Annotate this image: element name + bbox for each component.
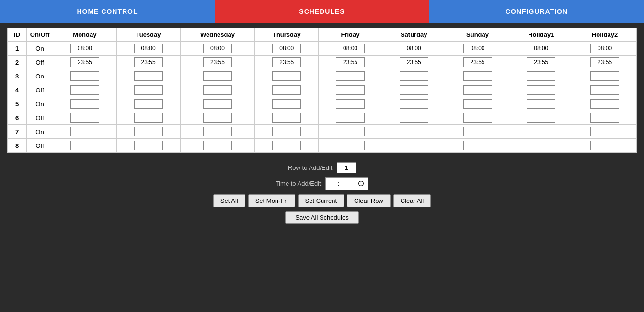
time-cell-thu-5[interactable] bbox=[272, 99, 301, 109]
time-cell-hol1-5[interactable] bbox=[527, 99, 555, 109]
set-all-button[interactable]: Set All bbox=[213, 194, 245, 207]
time-cell-sun-2[interactable] bbox=[463, 57, 492, 67]
save-schedules-button[interactable]: Save All Schedules bbox=[285, 211, 358, 224]
time-cell-hol1-1[interactable] bbox=[527, 44, 555, 53]
col-header-onoff: On/Off bbox=[27, 28, 53, 42]
time-cell-wed-2[interactable] bbox=[203, 57, 232, 67]
time-cell-wed-8[interactable] bbox=[203, 141, 232, 150]
time-cell-sat-4[interactable] bbox=[400, 85, 428, 95]
set-mon-fri-button[interactable]: Set Mon-Fri bbox=[248, 194, 295, 207]
time-cell-tue-4[interactable] bbox=[134, 85, 163, 95]
time-cell-hol2-6[interactable] bbox=[590, 113, 619, 123]
time-cell-sat-5[interactable] bbox=[400, 99, 428, 109]
time-input[interactable] bbox=[325, 177, 368, 190]
time-cell-tue-6[interactable] bbox=[134, 113, 163, 123]
time-cell-wed-5[interactable] bbox=[203, 99, 232, 109]
time-cell-tue-1[interactable] bbox=[134, 44, 163, 53]
time-cell-mon-4[interactable] bbox=[70, 85, 99, 95]
table-row: 8 Off bbox=[8, 139, 637, 153]
set-current-button[interactable]: Set Current bbox=[298, 194, 344, 207]
time-cell-fri-7[interactable] bbox=[336, 127, 365, 136]
time-cell-fri-2[interactable] bbox=[336, 57, 365, 67]
time-cell-wed-1[interactable] bbox=[203, 44, 232, 53]
time-cell-hol1-2[interactable] bbox=[527, 57, 555, 67]
row-id: 8 bbox=[8, 139, 27, 153]
time-cell-hol1-4[interactable] bbox=[527, 85, 555, 95]
time-cell-fri-8[interactable] bbox=[336, 141, 365, 150]
time-cell-thu-2[interactable] bbox=[272, 57, 301, 67]
time-cell-hol2-8[interactable] bbox=[590, 141, 619, 150]
time-cell-hol2-1[interactable] bbox=[590, 44, 619, 53]
time-cell-sat-8[interactable] bbox=[400, 141, 428, 150]
time-cell-sat-6[interactable] bbox=[400, 113, 428, 123]
time-cell-wed-6[interactable] bbox=[203, 113, 232, 123]
time-cell-tue-5[interactable] bbox=[134, 99, 163, 109]
time-cell-tue-2[interactable] bbox=[134, 57, 163, 67]
time-cell-thu-8[interactable] bbox=[272, 141, 301, 150]
time-cell-fri-1[interactable] bbox=[336, 44, 365, 53]
time-cell-fri-6[interactable] bbox=[336, 113, 365, 123]
col-header-tuesday: Tuesday bbox=[116, 28, 180, 42]
time-cell-tue-7[interactable] bbox=[134, 127, 163, 136]
clear-all-button[interactable]: Clear All bbox=[393, 194, 431, 207]
time-cell-wed-7[interactable] bbox=[203, 127, 232, 136]
clear-row-button[interactable]: Clear Row bbox=[347, 194, 391, 207]
time-cell-hol1-7[interactable] bbox=[527, 127, 555, 136]
time-cell-sat-3[interactable] bbox=[400, 71, 428, 81]
time-cell-thu-1[interactable] bbox=[272, 44, 301, 53]
time-cell-sun-6[interactable] bbox=[463, 113, 492, 123]
time-cell-sun-7[interactable] bbox=[463, 127, 492, 136]
time-cell-sun-8[interactable] bbox=[463, 141, 492, 150]
cell-hol2 bbox=[573, 125, 637, 139]
time-cell-thu-3[interactable] bbox=[272, 71, 301, 81]
time-cell-hol2-2[interactable] bbox=[590, 57, 619, 67]
time-cell-tue-3[interactable] bbox=[134, 71, 163, 81]
time-cell-mon-7[interactable] bbox=[70, 127, 99, 136]
time-cell-hol2-4[interactable] bbox=[590, 85, 619, 95]
time-cell-wed-4[interactable] bbox=[203, 85, 232, 95]
time-cell-wed-3[interactable] bbox=[203, 71, 232, 81]
home-control-button[interactable]: HOME CONTROL bbox=[0, 0, 215, 23]
time-cell-sat-1[interactable] bbox=[400, 44, 428, 53]
row-onoff: Off bbox=[27, 111, 53, 125]
schedules-button[interactable]: SCHEDULES bbox=[215, 0, 429, 23]
time-cell-thu-4[interactable] bbox=[272, 85, 301, 95]
cell-thu bbox=[255, 111, 319, 125]
time-cell-mon-2[interactable] bbox=[70, 57, 99, 67]
row-id: 6 bbox=[8, 111, 27, 125]
time-cell-sat-7[interactable] bbox=[400, 127, 428, 136]
time-cell-tue-8[interactable] bbox=[134, 141, 163, 150]
time-cell-thu-6[interactable] bbox=[272, 113, 301, 123]
table-row: 7 On bbox=[8, 125, 637, 139]
save-row: Save All Schedules bbox=[285, 211, 358, 224]
time-cell-hol2-3[interactable] bbox=[590, 71, 619, 81]
time-cell-hol2-5[interactable] bbox=[590, 99, 619, 109]
time-cell-hol2-7[interactable] bbox=[590, 127, 619, 136]
cell-fri bbox=[319, 111, 382, 125]
time-cell-thu-7[interactable] bbox=[272, 127, 301, 136]
time-cell-fri-4[interactable] bbox=[336, 85, 365, 95]
time-cell-mon-5[interactable] bbox=[70, 99, 99, 109]
time-cell-sun-1[interactable] bbox=[463, 44, 492, 53]
cell-tue bbox=[116, 83, 180, 97]
time-cell-sun-5[interactable] bbox=[463, 99, 492, 109]
configuration-button[interactable]: CONFIGURATION bbox=[429, 0, 644, 23]
time-cell-hol1-3[interactable] bbox=[527, 71, 555, 81]
time-cell-hol1-8[interactable] bbox=[527, 141, 555, 150]
cell-sun bbox=[446, 83, 509, 97]
time-cell-mon-8[interactable] bbox=[70, 141, 99, 150]
time-cell-mon-3[interactable] bbox=[70, 71, 99, 81]
time-cell-sun-4[interactable] bbox=[463, 85, 492, 95]
time-cell-fri-3[interactable] bbox=[336, 71, 365, 81]
controls-area: Row to Add/Edit: Time to Add/Edit: Set A… bbox=[7, 162, 637, 224]
time-cell-sun-3[interactable] bbox=[463, 71, 492, 81]
cell-fri bbox=[319, 97, 382, 111]
row-input[interactable] bbox=[337, 162, 356, 173]
time-cell-mon-1[interactable] bbox=[70, 44, 99, 53]
time-cell-sat-2[interactable] bbox=[400, 57, 428, 67]
time-cell-hol1-6[interactable] bbox=[527, 113, 555, 123]
row-id: 1 bbox=[8, 42, 27, 56]
cell-sun bbox=[446, 69, 509, 83]
time-cell-fri-5[interactable] bbox=[336, 99, 365, 109]
time-cell-mon-6[interactable] bbox=[70, 113, 99, 123]
